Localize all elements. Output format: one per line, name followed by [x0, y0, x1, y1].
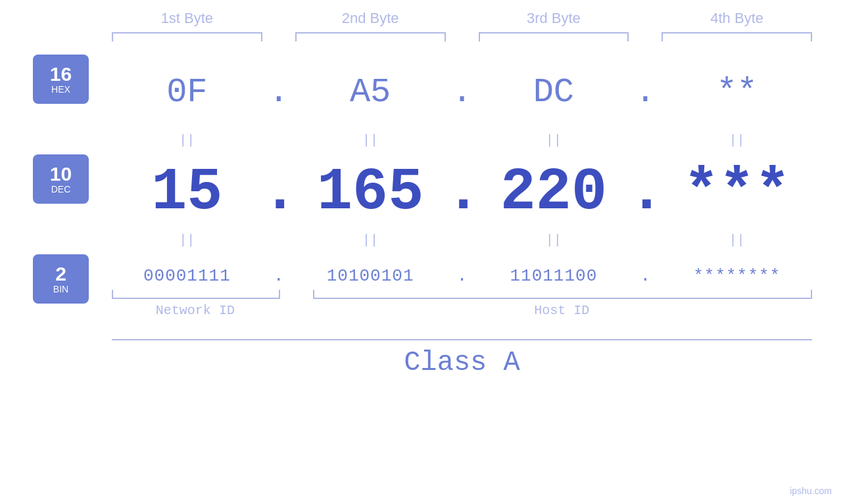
hex-byte1: 0F — [112, 73, 262, 112]
bin-byte1-bracket-bottom — [112, 290, 280, 299]
equals-row-2: || || || || — [33, 233, 812, 248]
host-id-label: Host ID — [312, 303, 812, 318]
watermark: ipshu.com — [790, 486, 832, 496]
bin-dot3: . — [629, 266, 662, 286]
bin-bytes234-bracket-bottom — [313, 290, 812, 299]
bin-row: 2 BIN 00001111 . 10100101 . 11011100 . *… — [33, 254, 812, 330]
hex-byte4: ** — [662, 73, 812, 112]
dec-row: 10 DEC 15 . 165 . 220 . *** — [33, 154, 812, 230]
hex-byte3: DC — [479, 73, 629, 112]
overall-bottom-bracket — [33, 339, 812, 340]
byte1-bracket — [112, 32, 262, 41]
equals2-b4: || — [662, 233, 812, 248]
byte2-bracket — [295, 32, 446, 41]
dec-byte4: *** — [662, 163, 812, 222]
hex-dot3: . — [629, 73, 662, 112]
equals2-b1: || — [112, 233, 262, 248]
hex-byte2: A5 — [295, 73, 446, 112]
equals-row-1: || || || || — [33, 133, 812, 148]
dec-dot3: . — [629, 159, 662, 226]
hex-badge: 16 HEX — [33, 55, 89, 104]
page-layout: 1st Byte 2nd Byte 3rd Byte 4th Byte — [0, 0, 845, 378]
byte3-bracket — [479, 32, 629, 41]
bin-dot2: . — [446, 266, 479, 286]
equals2-b3: || — [479, 233, 629, 248]
class-row: Class A — [33, 347, 812, 378]
hex-dot1: . — [262, 73, 295, 112]
hex-dot2: . — [446, 73, 479, 112]
bin-dot1: . — [262, 266, 295, 286]
equals1-b1: || — [112, 133, 262, 148]
class-label: Class A — [404, 347, 519, 378]
byte3-header: 3rd Byte — [479, 10, 629, 32]
bin-byte4: ******** — [662, 266, 812, 286]
dec-byte3: 220 — [479, 163, 629, 222]
bin-badge: 2 BIN — [33, 254, 89, 304]
dec-badge: 10 DEC — [33, 154, 89, 204]
bin-byte2: 10100101 — [295, 266, 446, 286]
equals1-b2: || — [295, 133, 446, 148]
equals1-b4: || — [662, 133, 812, 148]
byte2-header: 2nd Byte — [295, 10, 446, 32]
byte1-header: 1st Byte — [112, 10, 262, 32]
byte4-bracket — [662, 32, 812, 41]
network-id-label: Network ID — [112, 303, 279, 318]
dec-byte2: 165 — [295, 163, 446, 222]
hex-row: 16 HEX 0F . A5 . DC . ** — [33, 55, 812, 130]
bin-byte1: 00001111 — [112, 266, 262, 286]
byte-headers-row: 1st Byte 2nd Byte 3rd Byte 4th Byte — [33, 10, 812, 41]
equals2-b2: || — [295, 233, 446, 248]
bin-byte3: 11011100 — [479, 266, 629, 286]
equals1-b3: || — [479, 133, 629, 148]
byte4-header: 4th Byte — [662, 10, 812, 32]
bottom-line — [112, 339, 812, 340]
dec-byte1: 15 — [112, 163, 262, 222]
dec-dot2: . — [446, 159, 479, 226]
dec-dot1: . — [262, 159, 295, 226]
